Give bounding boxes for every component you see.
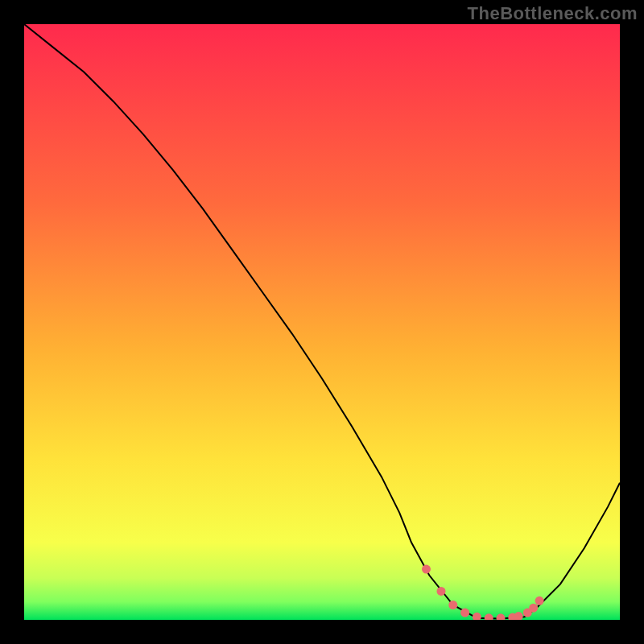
marker-dot [448,601,457,609]
marker-dot [535,597,544,605]
gradient-rect [24,24,620,620]
chart-container: TheBottleneck.com [0,0,644,644]
marker-dot [422,565,431,574]
marker-dot [460,609,469,617]
plot-svg [24,24,620,620]
plot-area [24,24,620,620]
watermark-text: TheBottleneck.com [468,3,638,24]
marker-dot [529,604,538,613]
marker-dot [437,587,446,596]
